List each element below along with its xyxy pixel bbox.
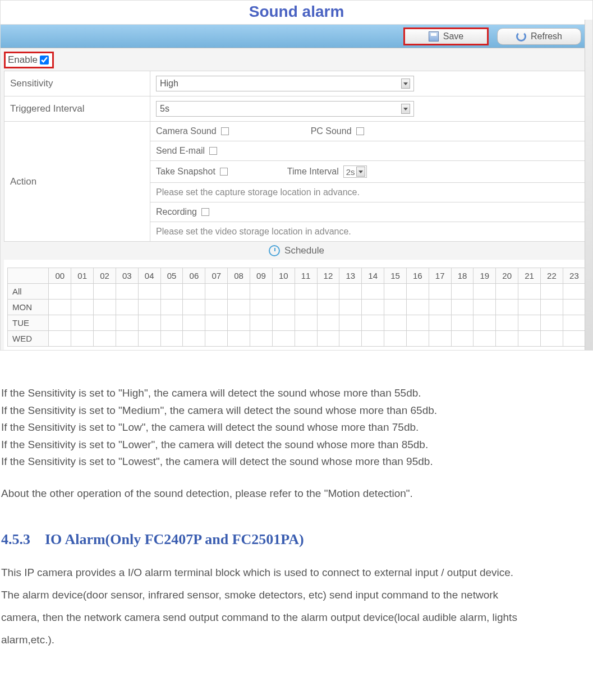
day-label[interactable]: MON bbox=[8, 300, 49, 315]
schedule-cell[interactable] bbox=[451, 284, 474, 300]
schedule-cell[interactable] bbox=[183, 315, 205, 331]
schedule-cell[interactable] bbox=[518, 315, 541, 331]
schedule-cell[interactable] bbox=[540, 331, 563, 347]
hour-header[interactable]: 13 bbox=[339, 268, 362, 284]
schedule-cell[interactable] bbox=[540, 284, 563, 300]
schedule-cell[interactable] bbox=[295, 300, 317, 315]
hour-header[interactable]: 18 bbox=[451, 268, 474, 284]
scrollbar[interactable] bbox=[585, 20, 592, 350]
schedule-cell[interactable] bbox=[205, 331, 228, 347]
schedule-cell[interactable] bbox=[94, 300, 116, 315]
interval-select[interactable]: 5s bbox=[156, 101, 414, 117]
schedule-cell[interactable] bbox=[94, 315, 116, 331]
schedule-cell[interactable] bbox=[451, 331, 474, 347]
schedule-cell[interactable] bbox=[518, 284, 541, 300]
schedule-cell[interactable] bbox=[49, 315, 71, 331]
schedule-cell[interactable] bbox=[384, 315, 407, 331]
schedule-cell[interactable] bbox=[406, 300, 429, 315]
schedule-cell[interactable] bbox=[474, 331, 496, 347]
schedule-cell[interactable] bbox=[362, 315, 384, 331]
schedule-cell[interactable] bbox=[116, 331, 138, 347]
schedule-cell[interactable] bbox=[138, 300, 160, 315]
schedule-cell[interactable] bbox=[451, 300, 474, 315]
schedule-cell[interactable] bbox=[94, 331, 116, 347]
schedule-cell[interactable] bbox=[518, 300, 541, 315]
take-snapshot-checkbox[interactable] bbox=[220, 168, 228, 176]
hour-header[interactable]: 09 bbox=[250, 268, 273, 284]
schedule-cell[interactable] bbox=[339, 331, 362, 347]
schedule-cell[interactable] bbox=[160, 331, 183, 347]
hour-header[interactable]: 01 bbox=[71, 268, 94, 284]
refresh-button[interactable]: Refresh bbox=[497, 28, 581, 45]
hour-header[interactable]: 22 bbox=[540, 268, 563, 284]
schedule-cell[interactable] bbox=[71, 284, 94, 300]
schedule-cell[interactable] bbox=[339, 284, 362, 300]
schedule-cell[interactable] bbox=[228, 331, 250, 347]
hour-header[interactable]: 08 bbox=[228, 268, 250, 284]
hour-header[interactable]: 05 bbox=[160, 268, 183, 284]
schedule-cell[interactable] bbox=[49, 300, 71, 315]
schedule-cell[interactable] bbox=[295, 331, 317, 347]
hour-header[interactable]: 15 bbox=[384, 268, 407, 284]
schedule-cell[interactable] bbox=[116, 300, 138, 315]
enable-checkbox-wrap[interactable]: Enable bbox=[4, 52, 54, 68]
hour-header[interactable]: 23 bbox=[563, 268, 585, 284]
schedule-cell[interactable] bbox=[384, 284, 407, 300]
schedule-cell[interactable] bbox=[451, 315, 474, 331]
schedule-cell[interactable] bbox=[518, 331, 541, 347]
schedule-cell[interactable] bbox=[496, 331, 518, 347]
schedule-cell[interactable] bbox=[496, 300, 518, 315]
schedule-cell[interactable] bbox=[138, 284, 160, 300]
schedule-cell[interactable] bbox=[250, 300, 273, 315]
schedule-cell[interactable] bbox=[540, 300, 563, 315]
hour-header[interactable]: 11 bbox=[295, 268, 317, 284]
schedule-cell[interactable] bbox=[563, 331, 585, 347]
schedule-cell[interactable] bbox=[272, 284, 295, 300]
schedule-cell[interactable] bbox=[317, 284, 339, 300]
schedule-cell[interactable] bbox=[429, 300, 451, 315]
camera-sound-checkbox[interactable] bbox=[221, 127, 229, 135]
schedule-cell[interactable] bbox=[563, 300, 585, 315]
schedule-cell[interactable] bbox=[205, 284, 228, 300]
schedule-cell[interactable] bbox=[49, 284, 71, 300]
schedule-cell[interactable] bbox=[406, 284, 429, 300]
schedule-cell[interactable] bbox=[496, 315, 518, 331]
schedule-cell[interactable] bbox=[160, 300, 183, 315]
schedule-cell[interactable] bbox=[317, 300, 339, 315]
hour-header[interactable]: 04 bbox=[138, 268, 160, 284]
day-label[interactable]: All bbox=[8, 284, 49, 300]
schedule-cell[interactable] bbox=[362, 300, 384, 315]
schedule-cell[interactable] bbox=[362, 284, 384, 300]
schedule-cell[interactable] bbox=[429, 315, 451, 331]
hour-header[interactable]: 03 bbox=[116, 268, 138, 284]
hour-header[interactable]: 19 bbox=[474, 268, 496, 284]
hour-header[interactable]: 16 bbox=[406, 268, 429, 284]
schedule-cell[interactable] bbox=[474, 315, 496, 331]
enable-checkbox[interactable] bbox=[40, 56, 49, 65]
save-button[interactable]: Save bbox=[404, 28, 488, 45]
hour-header[interactable]: 17 bbox=[429, 268, 451, 284]
schedule-cell[interactable] bbox=[116, 315, 138, 331]
schedule-cell[interactable] bbox=[384, 300, 407, 315]
schedule-cell[interactable] bbox=[362, 331, 384, 347]
hour-header[interactable]: 06 bbox=[183, 268, 205, 284]
schedule-cell[interactable] bbox=[71, 331, 94, 347]
hour-header[interactable]: 14 bbox=[362, 268, 384, 284]
schedule-cell[interactable] bbox=[474, 284, 496, 300]
hour-header[interactable]: 12 bbox=[317, 268, 339, 284]
schedule-cell[interactable] bbox=[406, 331, 429, 347]
schedule-cell[interactable] bbox=[71, 315, 94, 331]
schedule-cell[interactable] bbox=[250, 315, 273, 331]
schedule-cell[interactable] bbox=[406, 315, 429, 331]
schedule-cell[interactable] bbox=[384, 331, 407, 347]
day-label[interactable]: TUE bbox=[8, 315, 49, 331]
schedule-cell[interactable] bbox=[272, 331, 295, 347]
schedule-cell[interactable] bbox=[339, 300, 362, 315]
schedule-cell[interactable] bbox=[429, 284, 451, 300]
schedule-cell[interactable] bbox=[250, 331, 273, 347]
schedule-cell[interactable] bbox=[138, 315, 160, 331]
schedule-cell[interactable] bbox=[317, 331, 339, 347]
hour-header[interactable]: 02 bbox=[94, 268, 116, 284]
schedule-cell[interactable] bbox=[563, 315, 585, 331]
schedule-cell[interactable] bbox=[339, 315, 362, 331]
